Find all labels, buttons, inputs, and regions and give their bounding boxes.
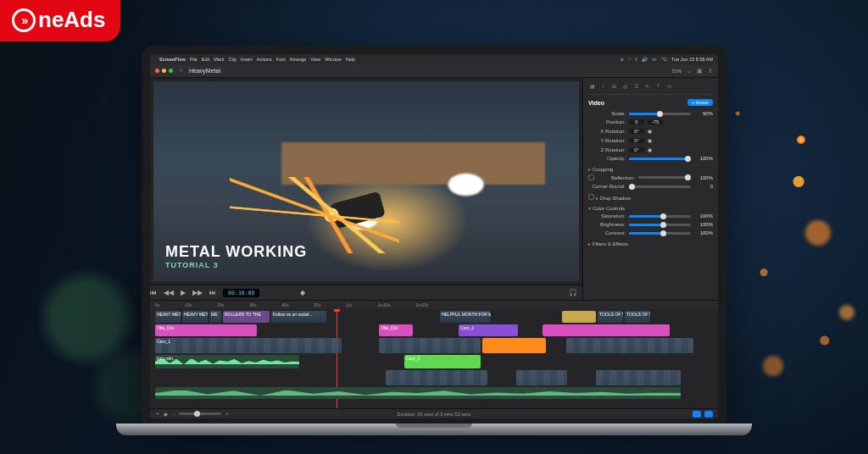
wifi-icon[interactable]: ⌔ [628, 57, 631, 62]
opacity-value[interactable]: 100% [694, 156, 713, 161]
clip-title01a[interactable]: Title_01a [155, 324, 257, 336]
tab-screen-icon[interactable]: ⊞ [610, 83, 618, 91]
preview-canvas[interactable]: METAL WORKING TUTORIAL 3 [153, 81, 579, 281]
canvas-zoom-value[interactable]: 72% [671, 69, 682, 74]
clip-cam-bottom-3[interactable] [596, 370, 681, 385]
clip-helpful[interactable]: HELPFUL MONTH FOR MONT... [440, 311, 491, 323]
menu-arrange[interactable]: Arrange [290, 57, 307, 62]
menu-clip[interactable]: Clip [228, 57, 236, 62]
menu-edit[interactable]: Edit [202, 57, 209, 62]
corner-value[interactable]: 0 [694, 184, 713, 189]
rotate-dial-icon[interactable]: ◉ [648, 137, 652, 143]
position-x-input[interactable]: 0 [629, 119, 644, 125]
clip-orange[interactable] [482, 338, 546, 353]
brightness-value[interactable]: 100% [694, 222, 713, 227]
xrot-input[interactable]: 0° [629, 129, 644, 134]
reflection-checkbox[interactable] [588, 174, 594, 180]
zoom-button[interactable] [169, 69, 173, 73]
close-button[interactable] [155, 69, 159, 73]
clip-me[interactable]: ME [209, 311, 221, 323]
clip-heavy-1[interactable]: HEAVY METAL [155, 311, 181, 323]
dropbox-icon[interactable]: ⧈ [620, 57, 624, 63]
menu-window[interactable]: Window [325, 57, 342, 62]
control-center-icon[interactable]: ⌥ [661, 57, 667, 62]
clip-cam1-c[interactable] [566, 338, 693, 353]
brightness-slider[interactable] [629, 224, 691, 226]
timecode-display[interactable]: 00:30:08 [223, 289, 259, 297]
clip-cam-bottom-2[interactable] [516, 370, 567, 385]
clip-cam1-b[interactable] [379, 338, 481, 353]
share-icon[interactable]: ⇪ [708, 68, 713, 75]
rotate-dial-icon[interactable]: ◉ [648, 128, 652, 134]
bluetooth-icon[interactable]: ᛒ [635, 57, 637, 62]
add-marker-button[interactable]: ＋ [155, 411, 160, 417]
opacity-slider[interactable] [629, 158, 691, 160]
menu-insert[interactable]: Insert [241, 57, 253, 62]
macos-menubar[interactable]: ScreenFlow File Edit Mark Clip Insert Ac… [150, 54, 718, 64]
contrast-value[interactable]: 100% [694, 230, 713, 235]
clip-intro-audio[interactable]: intro stin... [155, 355, 299, 368]
section-cropping[interactable]: ▸Cropping [588, 166, 713, 172]
menu-file[interactable]: File [190, 57, 198, 62]
saturation-slider[interactable] [629, 215, 691, 218]
menu-actions[interactable]: Actions [257, 57, 272, 62]
clip-pink-long[interactable] [542, 324, 670, 336]
clip-cam1[interactable]: Cam_1 [155, 338, 342, 353]
menubar-appname[interactable]: ScreenFlow [159, 57, 186, 62]
zrot-input[interactable]: 0° [629, 147, 644, 152]
dropshadow-checkbox[interactable] [588, 194, 594, 200]
corner-slider[interactable] [629, 185, 691, 188]
contrast-slider[interactable] [629, 232, 691, 235]
section-colorcontrols[interactable]: ▾Color Controls [588, 205, 713, 211]
tab-text-icon[interactable]: T [654, 83, 662, 91]
tab-video-icon[interactable]: ▦ [588, 83, 596, 91]
scale-slider[interactable] [629, 113, 691, 115]
volume-icon[interactable]: 🔊 [642, 57, 648, 62]
zoom-slider[interactable] [179, 412, 221, 415]
add-tab-button[interactable]: ＋ [178, 67, 184, 75]
menu-font[interactable]: Font [276, 57, 286, 62]
yrot-input[interactable]: 0° [629, 138, 644, 143]
rotate-dial-icon[interactable]: ◉ [648, 147, 652, 152]
battery-icon[interactable]: ▭ [652, 57, 657, 62]
clip-title01b[interactable]: Title_01b [379, 324, 413, 336]
clip-rollers[interactable]: ROLLERS TO THE [223, 311, 270, 323]
rewind-button[interactable]: ◀◀ [164, 289, 174, 296]
play-button[interactable]: ▶ [181, 289, 186, 296]
chevron-down-icon[interactable]: ⌄ [687, 68, 692, 75]
zoom-out-button[interactable]: − [173, 412, 175, 417]
tab-media-icon[interactable]: ▭ [665, 83, 673, 91]
fastfwd-button[interactable]: ▶▶ [192, 289, 203, 296]
audio-monitor-icon[interactable]: 🎧 [569, 289, 577, 296]
clip-cam2-purple[interactable]: Cam_2 [459, 324, 518, 336]
timeline-tracks[interactable]: HEAVY METAL HEAVY METAL ME ROLLERS TO TH… [150, 309, 718, 408]
clip-annot[interactable] [562, 311, 596, 323]
zoom-in-button[interactable]: ＋ [225, 411, 230, 417]
reflection-value[interactable]: 100% [694, 175, 713, 180]
marker-button[interactable]: ◆ [300, 289, 305, 296]
minimize-button[interactable] [162, 69, 166, 73]
menu-mark[interactable]: Mark [214, 57, 224, 62]
menu-view[interactable]: View [310, 57, 320, 62]
clip-tools-1[interactable]: TOOLS OF THE [598, 311, 623, 323]
position-y-input[interactable]: -75 [648, 119, 663, 125]
skip-back-button[interactable]: ⏮ [150, 289, 157, 296]
section-dropshadow[interactable]: ▸Drop Shadow [588, 194, 713, 201]
clip-cam3-green[interactable]: Cam_3 [404, 355, 481, 368]
add-action-button[interactable]: + Action [687, 99, 713, 106]
menubar-clock[interactable]: Tue Jun 15 8:58 AM [671, 57, 713, 62]
clip-tools-2[interactable]: TOOLS OF THE [625, 311, 650, 323]
clip-follow[interactable]: Follow us on social... [271, 311, 326, 323]
timeline-ruler[interactable]: 0s 10s 20s 30s 40s 50s 1m 1m10s 1m20s [150, 301, 718, 309]
clip-cam-bottom-1[interactable] [386, 370, 487, 385]
chapter-button[interactable]: ◆ [164, 412, 168, 417]
track-view-button-2[interactable] [704, 411, 713, 418]
skip-fwd-button[interactable]: ⏭ [209, 289, 216, 296]
menu-help[interactable]: Help [346, 57, 355, 62]
tab-annotations-icon[interactable]: ✎ [643, 83, 651, 91]
track-view-button-1[interactable] [693, 411, 701, 418]
tab-audio-icon[interactable]: ♪ [599, 83, 607, 91]
crop-icon[interactable]: ▣ [697, 68, 703, 75]
tab-callout-icon[interactable]: ◎ [621, 83, 629, 91]
clip-heavy-2[interactable]: HEAVY METAL [182, 311, 208, 323]
